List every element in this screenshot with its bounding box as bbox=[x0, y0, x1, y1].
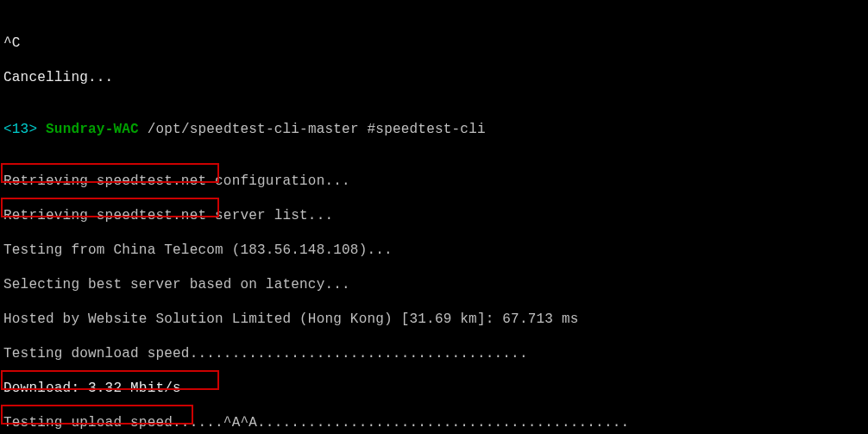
prompt-close: > bbox=[28, 122, 37, 137]
output-line: Retrieving speedtest.net configuration..… bbox=[3, 173, 865, 190]
terminal[interactable]: ^C Cancelling... <13> Sundray-WAC /opt/s… bbox=[0, 0, 868, 434]
output-line: Hosted by Website Solution Limited (Hong… bbox=[3, 311, 865, 328]
output-line: Testing download speed..................… bbox=[3, 345, 865, 362]
caret: ^C bbox=[3, 35, 21, 51]
prompt-open: < bbox=[3, 122, 12, 137]
download-result-1: Download: 3.32 Mbit/s bbox=[3, 380, 865, 397]
prompt-num: 13 bbox=[12, 122, 29, 137]
output-line: Testing upload speed......^A^A..........… bbox=[3, 414, 865, 431]
output-line: Testing from China Telecom (183.56.148.1… bbox=[3, 242, 865, 259]
prompt-cmd: speedtest-cli bbox=[375, 122, 485, 137]
prompt-host: Sundray-WAC bbox=[46, 122, 139, 137]
prompt-line-13: <13> Sundray-WAC /opt/speedtest-cli-mast… bbox=[3, 121, 865, 138]
output-line: Selecting best server based on latency..… bbox=[3, 276, 865, 293]
caret-line: ^C bbox=[3, 35, 865, 52]
output-line: Retrieving speedtest.net server list... bbox=[3, 207, 865, 224]
cancelling-line: Cancelling... bbox=[3, 69, 865, 86]
prompt-path: /opt/speedtest-cli-master # bbox=[139, 122, 375, 137]
